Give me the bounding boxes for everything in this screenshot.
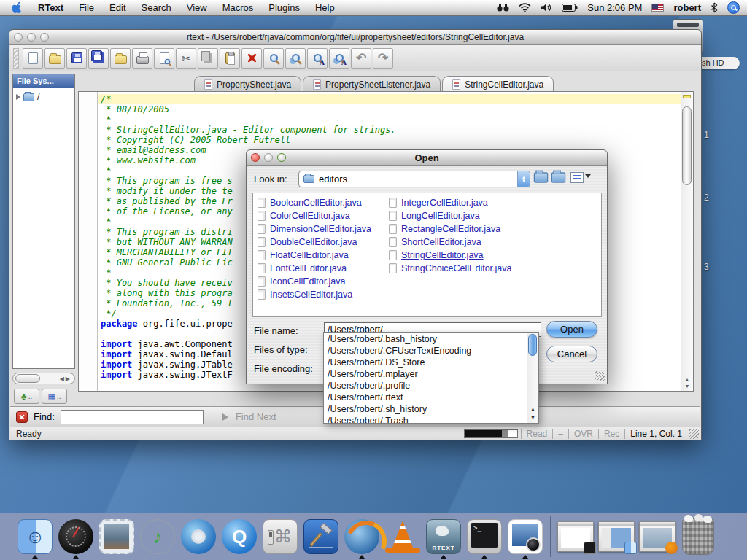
wifi-icon[interactable] (519, 3, 531, 12)
scrollbar-arrows-icon[interactable]: ▲▼ (681, 376, 693, 389)
file-item[interactable]: FloatCellEditor.java (258, 249, 371, 262)
scrollbar-arrows-icon[interactable]: ▲▼ (527, 405, 538, 421)
toolbar-replace-button[interactable]: A (307, 48, 328, 69)
file-item[interactable]: BooleanCellEditor.java (258, 196, 371, 209)
us-flag-icon[interactable] (651, 4, 664, 12)
completion-item[interactable]: /Users/robert/.DS_Store (324, 357, 527, 369)
menu-edit[interactable]: Edit (109, 2, 125, 13)
plugin-tab-list[interactable]: ▦.. (42, 389, 67, 404)
popup-scrollbar[interactable]: ▲▼ (527, 332, 538, 423)
toolbar-open-in-new-window-button[interactable] (110, 48, 131, 69)
dialog-titlebar[interactable]: Open (247, 150, 607, 166)
tab-propertysheetlistener.java[interactable]: PropertySheetListener.java (303, 76, 441, 92)
file-item[interactable]: StringCellEditor.java (389, 249, 511, 262)
window-titlebar[interactable]: rtext - /Users/robert/rjava/common/org/f… (9, 30, 701, 45)
user-menu[interactable]: robert (673, 2, 701, 13)
dialog-zoom-button[interactable] (277, 153, 286, 162)
dock-quicktime[interactable]: Q (220, 515, 258, 559)
file-item[interactable]: ColorCellEditor.java (258, 209, 371, 222)
zoom-button[interactable] (40, 33, 49, 42)
completion-item[interactable]: /Users/robert/.rtext (324, 392, 527, 404)
file-tree-root[interactable]: / (13, 88, 74, 102)
scrollbar-thumb[interactable] (528, 334, 537, 356)
file-item[interactable]: InsetsCellEditor.java (258, 288, 371, 301)
toolbar-cut-button[interactable]: ✂ (176, 48, 196, 69)
minimized-window-finder[interactable] (597, 515, 635, 559)
file-item[interactable]: ShortCellEditor.java (389, 236, 511, 249)
file-item[interactable]: LongCellEditor.java (389, 209, 511, 222)
file-item[interactable]: RectangleCellEditor.java (389, 222, 511, 236)
binoculars-icon[interactable] (497, 3, 509, 12)
menu-clock[interactable]: Sun 2:06 PM (587, 2, 642, 13)
toolbar-replace-next-button[interactable]: A (329, 48, 349, 69)
editor-vertical-scrollbar[interactable]: ▲▼ (681, 92, 693, 391)
completion-item[interactable]: /Users/robert/.Trash (324, 416, 527, 424)
file-list[interactable]: BooleanCellEditor.javaColorCellEditor.ja… (252, 192, 602, 317)
bluetooth-icon[interactable] (711, 2, 718, 13)
toolbar-open-file-button[interactable] (44, 48, 65, 69)
dock-terminal[interactable]: >_ (465, 515, 503, 559)
file-item[interactable]: StringChoiceCellEditor.java (389, 262, 511, 275)
spotlight-icon[interactable] (727, 1, 740, 14)
file-item[interactable]: IconCellEditor.java (258, 275, 371, 288)
completion-item[interactable]: /Users/robert/.sh_history (324, 404, 527, 416)
menu-plugins[interactable]: Plugins (268, 2, 300, 13)
toolbar-new-file-button[interactable] (23, 48, 43, 69)
toolbar-grip[interactable] (13, 48, 19, 69)
dock-xcode[interactable] (302, 515, 340, 559)
toolbar-save-all-button[interactable] (88, 48, 109, 69)
toolbar-print-preview-button[interactable] (154, 48, 174, 69)
file-item[interactable]: DimensionCellEditor.java (258, 222, 371, 236)
menu-file[interactable]: File (79, 2, 94, 13)
completion-item[interactable]: /Users/robert/.mplayer (324, 369, 527, 381)
scrollbar-thumb[interactable] (15, 374, 40, 383)
menu-macros[interactable]: Macros (222, 2, 254, 13)
disclosure-triangle-icon[interactable] (16, 94, 20, 100)
completion-item[interactable]: /Users/robert/.profile (324, 381, 527, 392)
toolbar-save-button[interactable] (66, 48, 87, 69)
toolbar-print-button[interactable] (132, 48, 152, 69)
completion-item[interactable]: /Users/robert/.bash_history (324, 334, 527, 346)
panel-horizontal-scrollbar[interactable]: ◀▶ (12, 373, 75, 384)
dock-iphoto[interactable] (506, 515, 544, 559)
completion-item[interactable]: /Users/robert/.CFUserTextEncoding (324, 346, 527, 357)
menu-view[interactable]: View (187, 2, 207, 13)
combobox-stepper-icon[interactable]: ▲▼ (517, 171, 530, 187)
close-button[interactable] (14, 33, 23, 42)
tab-propertysheet.java[interactable]: PropertySheet.java (194, 76, 301, 92)
scrollbar-arrows-icon[interactable]: ◀▶ (60, 376, 74, 382)
up-folder-button[interactable] (534, 172, 549, 182)
toolbar-redo-button[interactable]: ↷ (373, 48, 393, 69)
cancel-button[interactable]: Cancel (546, 346, 597, 362)
new-folder-button[interactable] (551, 172, 566, 182)
file-item[interactable]: DoubleCellEditor.java (258, 236, 371, 249)
toolbar-find-button[interactable] (263, 48, 284, 69)
volume-icon[interactable] (541, 3, 552, 12)
toolbar-delete-button[interactable] (241, 48, 262, 69)
app-menu[interactable]: RText (38, 2, 63, 13)
apple-menu-icon[interactable] (12, 1, 23, 14)
dock-firefox[interactable] (343, 515, 381, 559)
file-system-header[interactable]: File Sys... (13, 74, 74, 88)
toolbar-copy-button[interactable] (198, 48, 218, 69)
find-next-button[interactable]: Find Next (222, 411, 276, 422)
dock-system-preferences[interactable]: ⌘ (261, 515, 299, 559)
battery-icon[interactable] (562, 4, 578, 12)
file-item[interactable]: FontCellEditor.java (258, 262, 371, 275)
minimize-button[interactable] (27, 33, 36, 42)
dock-vlc[interactable] (384, 515, 422, 559)
dialog-resize-grip[interactable] (595, 371, 605, 381)
scrollbar-thumb[interactable] (682, 106, 692, 185)
file-item[interactable]: IntegerCellEditor.java (389, 196, 511, 209)
window-resize-grip[interactable] (689, 429, 699, 439)
dock-itunes[interactable]: ♪ (139, 515, 177, 559)
open-button[interactable]: Open (546, 321, 597, 338)
dock-finder[interactable]: ☺ (16, 515, 54, 559)
find-input[interactable] (61, 410, 204, 424)
toolbar-paste-button[interactable] (220, 48, 240, 69)
dock-dashboard[interactable] (57, 515, 95, 559)
trash[interactable] (679, 515, 717, 559)
minimized-window-terminal[interactable] (557, 515, 595, 559)
plugin-tab-tree[interactable]: ♣.. (14, 389, 39, 404)
view-menu-button[interactable] (570, 172, 591, 183)
